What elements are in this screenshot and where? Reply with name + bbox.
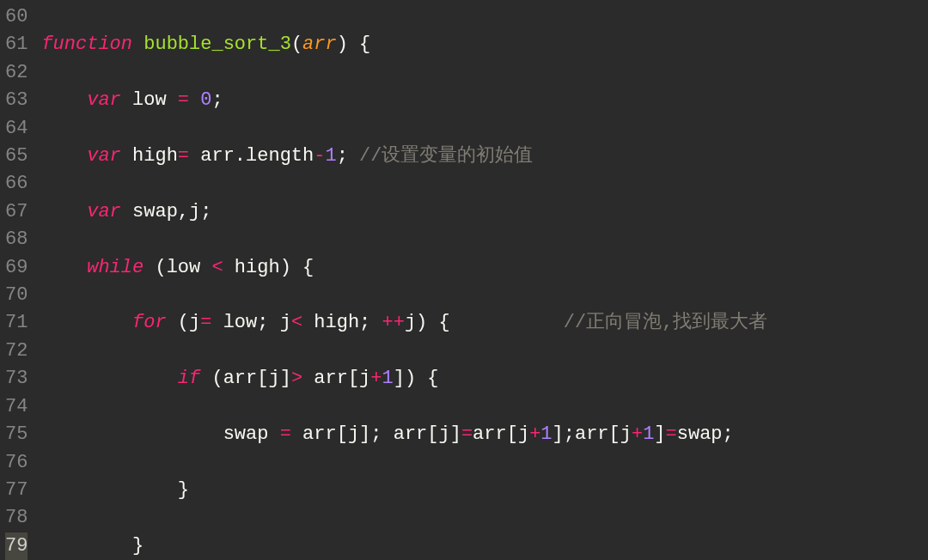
line-number: 69: [5, 254, 27, 282]
line-number: 77: [5, 477, 27, 504]
function-name: bubble_sort_3: [143, 33, 291, 55]
keyword-function: function: [41, 33, 132, 55]
code-line: if (arr[j]> arr[j+1]) {: [41, 365, 928, 393]
parameter: arr: [302, 33, 337, 55]
line-number: 66: [5, 170, 27, 198]
code-line: function bubble_sort_3(arr) {: [41, 31, 928, 58]
line-number-gutter: 60 61 62 63 64 65 66 67 68 69 70 71 72 7…: [0, 0, 36, 560]
code-line: var low = 0;: [41, 87, 928, 114]
code-area[interactable]: function bubble_sort_3(arr) { var low = …: [36, 0, 928, 560]
line-number: 72: [5, 338, 27, 365]
code-line: var high= arr.length-1; //设置变量的初始值: [41, 143, 928, 170]
line-number: 75: [5, 421, 27, 448]
line-number: 71: [5, 309, 27, 337]
line-number: 68: [5, 226, 27, 253]
line-number: 64: [5, 115, 27, 143]
line-number: 73: [5, 365, 27, 393]
line-number: 67: [5, 198, 27, 226]
line-number: 61: [5, 31, 27, 58]
line-number: 70: [5, 282, 27, 309]
line-number: 65: [5, 143, 27, 170]
code-line: while (low < high) {: [41, 254, 928, 282]
line-number: 78: [5, 504, 27, 532]
code-line: }: [41, 533, 928, 560]
line-number: 79: [5, 533, 27, 560]
line-number: 76: [5, 449, 27, 477]
line-number: 62: [5, 59, 27, 87]
code-line: }: [41, 477, 928, 504]
line-number: 74: [5, 393, 27, 421]
comment: //设置变量的初始值: [359, 145, 533, 167]
line-number: 63: [5, 87, 27, 114]
code-line: swap = arr[j]; arr[j]=arr[j+1];arr[j+1]=…: [41, 421, 928, 448]
code-editor[interactable]: 60 61 62 63 64 65 66 67 68 69 70 71 72 7…: [0, 0, 928, 560]
code-line: var swap,j;: [41, 198, 928, 226]
line-number: 60: [5, 3, 27, 31]
comment: //正向冒泡,找到最大者: [564, 312, 768, 333]
code-line: for (j= low; j< high; ++j) { //正向冒泡,找到最大…: [41, 309, 928, 337]
